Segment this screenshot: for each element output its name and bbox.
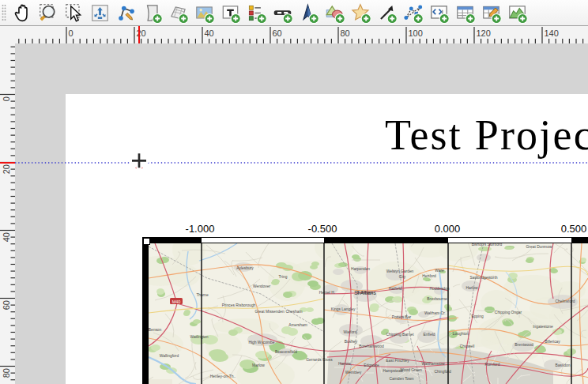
svg-text:Harlow: Harlow (466, 286, 478, 290)
svg-text:Hertford: Hertford (422, 274, 436, 278)
svg-text:80: 80 (341, 28, 350, 38)
svg-text:Watford: Watford (344, 330, 357, 334)
svg-text:Brentwood: Brentwood (514, 343, 533, 347)
svg-text:Great Dunmow: Great Dunmow (526, 245, 552, 249)
svg-text:Chigwell: Chigwell (460, 344, 474, 348)
svg-text:Billericay: Billericay (545, 340, 560, 344)
svg-text:Camden Town: Camden Town (389, 377, 413, 381)
svg-text:Chelmsford: Chelmsford (555, 299, 575, 303)
svg-text:Thame: Thame (196, 293, 209, 297)
svg-text:Bishop's Stortford: Bishop's Stortford (472, 243, 503, 247)
svg-text:Hatfield: Hatfield (389, 287, 402, 291)
svg-text:0: 0 (2, 96, 11, 101)
svg-text:Henley-on-Th..: Henley-on-Th.. (210, 375, 236, 378)
svg-text:Welwyn Garden: Welwyn Garden (386, 269, 414, 273)
svg-text:Romford: Romford (485, 363, 500, 367)
svg-text:Benson: Benson (149, 328, 162, 332)
svg-text:Borehamwood: Borehamwood (359, 344, 384, 348)
svg-text:Kings Langley: Kings Langley (331, 307, 356, 311)
svg-text:Marlow: Marlow (252, 363, 265, 367)
svg-text:Enfield: Enfield (424, 333, 435, 337)
svg-text:M40: M40 (172, 299, 181, 304)
svg-text:Chipping Ongar: Chipping Ongar (495, 311, 522, 314)
svg-text:60: 60 (273, 28, 282, 38)
svg-text:Wood Green: Wood Green (400, 368, 422, 372)
svg-text:Hoddesdon: Hoddesdon (429, 287, 449, 291)
svg-text:Hemel H.: Hemel H. (319, 291, 335, 295)
svg-text:Chipping Barnet: Chipping Barnet (386, 333, 414, 337)
svg-text:60: 60 (2, 300, 11, 310)
svg-text:Wembley: Wembley (345, 371, 362, 375)
svg-text:St Albans: St Albans (354, 290, 376, 296)
svg-text:80: 80 (2, 368, 11, 378)
svg-text:Broxbourne: Broxbourne (427, 297, 447, 301)
svg-text:Gerrards Cross: Gerrards Cross (306, 358, 333, 362)
svg-text:Tring: Tring (279, 275, 288, 279)
svg-text:120: 120 (477, 28, 491, 38)
svg-text:140: 140 (545, 28, 559, 38)
svg-text:Great Missenden: Great Missenden (254, 310, 285, 314)
svg-text:Princes Risborough: Princes Risborough (222, 303, 256, 307)
svg-text:Harrow: Harrow (338, 362, 351, 366)
svg-text:Potters Bar: Potters Bar (392, 315, 412, 319)
svg-text:Loughton: Loughton (453, 332, 469, 336)
svg-text:Walthamstow: Walthamstow (421, 362, 445, 366)
svg-text:Wendover: Wendover (253, 284, 271, 288)
svg-text:20: 20 (2, 164, 11, 174)
svg-text:Harpenden: Harpenden (351, 267, 370, 271)
svg-text:Ware: Ware (435, 269, 444, 273)
svg-text:Edgware: Edgware (364, 363, 379, 367)
svg-text:Chesham: Chesham (286, 310, 303, 314)
svg-text:Bushey: Bushey (345, 340, 358, 344)
svg-text:Wallingford: Wallingford (160, 354, 179, 358)
svg-text:Waltham Cr..: Waltham Cr.. (424, 311, 447, 315)
svg-text:High Wycombe: High Wycombe (248, 341, 274, 344)
svg-text:Sawbridgeworth: Sawbridgeworth (469, 276, 497, 280)
svg-text:Watlington: Watlington (190, 335, 209, 339)
svg-text:40: 40 (2, 232, 11, 242)
svg-text:Amersham: Amersham (288, 323, 307, 327)
svg-text:Beaconsfield: Beaconsfield (275, 350, 297, 354)
svg-text:Epping: Epping (471, 314, 484, 318)
svg-text:Ingatestone: Ingatestone (533, 325, 553, 329)
svg-text:Basildon: Basildon (556, 363, 571, 367)
svg-text:40: 40 (205, 28, 214, 38)
svg-text:100: 100 (409, 28, 423, 38)
svg-text:City: City (399, 275, 406, 279)
svg-text:East Finchley: East Finchley (386, 359, 409, 363)
svg-text:Aylesbury: Aylesbury (236, 266, 254, 270)
svg-text:0: 0 (69, 28, 74, 38)
